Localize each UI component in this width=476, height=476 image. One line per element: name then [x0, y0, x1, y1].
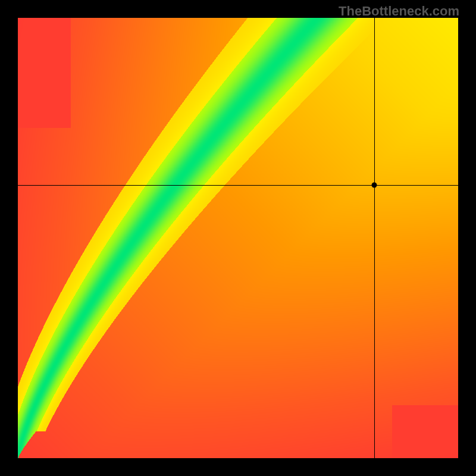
watermark-text: TheBottleneck.com: [339, 4, 459, 19]
heatmap-canvas: [18, 18, 458, 458]
chart-container: TheBottleneck.com: [0, 0, 476, 476]
heatmap-plot: [18, 18, 458, 458]
